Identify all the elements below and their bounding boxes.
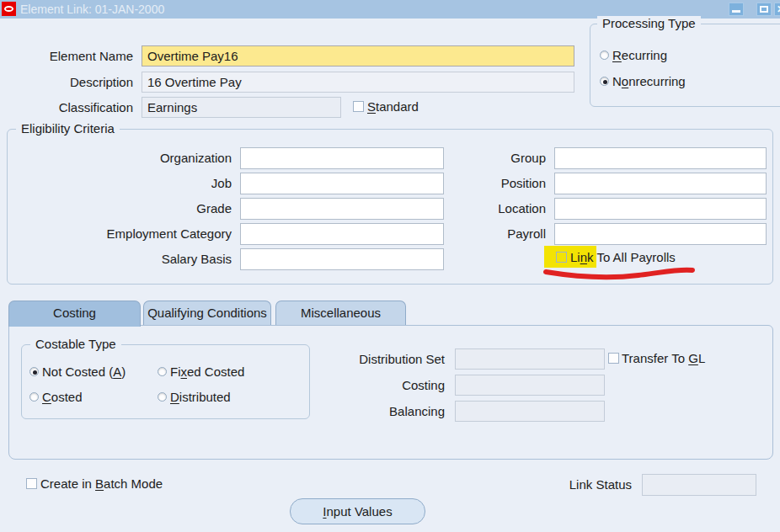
costable-type-group: Costable Type Not Costed (A) Fixed Coste… [21, 344, 310, 419]
fixed-costed-radio-label: Fixed Costed [170, 364, 244, 380]
distribution-set-label: Distribution Set [278, 348, 445, 370]
link-status-field[interactable] [642, 474, 756, 496]
organization-field[interactable] [240, 147, 444, 169]
description-label: Description [0, 72, 133, 93]
nonrecurring-radio[interactable] [600, 77, 609, 86]
create-in-batch-mode-checkbox[interactable] [26, 478, 37, 489]
element-name-field[interactable] [142, 45, 574, 66]
not-costed-radio[interactable] [29, 367, 39, 376]
group-field[interactable] [554, 147, 767, 169]
minimize-button[interactable] [729, 3, 744, 16]
distributed-radio[interactable] [158, 392, 167, 402]
job-field[interactable] [240, 173, 444, 194]
grade-label: Grade [34, 198, 232, 219]
transfer-to-gl-label: Transfer To GL [622, 351, 705, 366]
tab-qualifying-conditions[interactable]: Qualifying Conditions [143, 301, 271, 325]
recurring-radio[interactable] [600, 51, 609, 60]
classification-field[interactable] [142, 97, 341, 118]
not-costed-radio-label: Not Costed (A) [42, 364, 126, 380]
link-to-all-payrolls-label: Link To All Payrolls [570, 250, 676, 265]
close-icon: ✕ [777, 3, 780, 16]
link-status-label: Link Status [522, 474, 632, 495]
salary-basis-label: Salary Basis [34, 248, 232, 269]
distribution-set-field[interactable] [455, 348, 605, 370]
location-label: Location [455, 198, 546, 219]
organization-label: Organization [34, 147, 232, 168]
standard-checkbox[interactable] [353, 101, 364, 112]
fixed-costed-radio[interactable] [158, 367, 167, 376]
tab-costing[interactable]: Costing [8, 301, 141, 327]
location-field[interactable] [554, 198, 767, 220]
costed-radio[interactable] [29, 392, 39, 402]
classification-label: Classification [0, 97, 133, 118]
standard-checkbox-label: Standard [367, 99, 419, 114]
create-in-batch-mode-label: Create in Batch Mode [40, 476, 163, 492]
description-field[interactable] [142, 72, 574, 93]
costed-radio-label: Costed [42, 390, 83, 405]
group-label: Group [455, 147, 546, 168]
eligibility-criteria-legend: Eligibility Criteria [16, 121, 120, 136]
element-name-label: Element Name [0, 45, 133, 66]
balancing-field[interactable] [455, 401, 605, 422]
link-to-all-payrolls-checkbox[interactable] [556, 252, 567, 263]
input-values-button[interactable]: Input Values [290, 498, 425, 524]
balancing-label: Balancing [278, 401, 445, 422]
employment-category-label: Employment Category [34, 223, 232, 244]
salary-basis-field[interactable] [240, 248, 444, 270]
position-field[interactable] [554, 173, 767, 194]
payroll-label: Payroll [455, 223, 546, 244]
window-title: Element Link: 01-JAN-2000 [20, 0, 164, 19]
payroll-field[interactable] [554, 223, 767, 245]
costing-field[interactable] [455, 375, 605, 396]
maximize-button[interactable] [756, 3, 772, 16]
tab-miscellaneous[interactable]: Miscellaneous [275, 301, 406, 325]
nonrecurring-radio-label: Nonrecurring [612, 74, 686, 89]
oracle-logo-icon [2, 2, 16, 16]
distributed-radio-label: Distributed [170, 390, 231, 405]
close-button[interactable]: ✕ [774, 3, 780, 16]
transfer-to-gl-checkbox[interactable] [608, 353, 619, 364]
recurring-radio-label: Recurring [612, 48, 667, 63]
maximize-icon [760, 6, 768, 13]
grade-field[interactable] [240, 198, 444, 220]
job-label: Job [34, 173, 232, 194]
employment-category-field[interactable] [240, 223, 444, 245]
minimize-icon [732, 10, 740, 13]
processing-type-legend: Processing Type [597, 16, 701, 30]
costing-label: Costing [278, 375, 445, 396]
processing-type-group: Processing Type Recurring Nonrecurring [590, 24, 780, 107]
position-label: Position [455, 173, 546, 194]
element-link-window: Element Link: 01-JAN-2000 ✕ Element Name… [0, 0, 780, 532]
costable-type-legend: Costable Type [30, 337, 121, 351]
